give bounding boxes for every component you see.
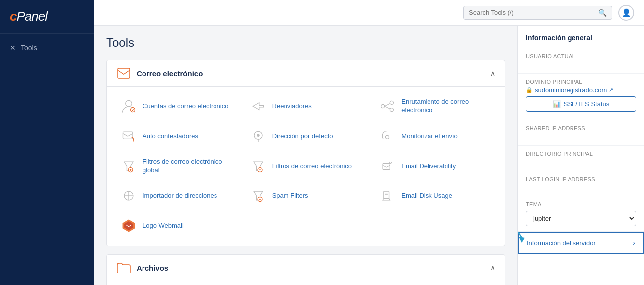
tool-icon-logo-webmail [120, 217, 138, 235]
svg-point-1 [126, 100, 132, 106]
right-panel: Información general Usuario Actual Domin… [517, 26, 644, 285]
email-section-icon [117, 66, 131, 80]
svg-point-8 [257, 134, 259, 137]
cpanel-logo: cPanel [10, 9, 84, 24]
svg-rect-17 [383, 164, 390, 170]
tool-icon-filtros-global [120, 157, 138, 175]
tool-autocontestadores[interactable]: Auto contestadores [112, 121, 241, 151]
sidebar-item-label: Tools [21, 44, 37, 52]
panel-title: Información general [518, 26, 644, 48]
svg-rect-24 [384, 191, 389, 198]
tool-cuentas-correo[interactable]: Cuentas de correo electrónico [112, 92, 241, 121]
tool-reenviadores[interactable]: Reenviadores [241, 92, 371, 121]
section-archivos-header[interactable]: Archivos ∧ [107, 255, 505, 281]
svg-point-5 [390, 108, 394, 112]
top-header: 🔍 👤 [94, 0, 644, 26]
usuario-value [526, 61, 636, 68]
tema-label: Tema [526, 201, 636, 207]
section-archivos: Archivos ∧ Administrador de archivos [106, 254, 505, 285]
archivos-chevron-icon: ∧ [490, 264, 495, 272]
main-content: 🔍 👤 Tools Correo electrón [94, 0, 644, 285]
tool-deliverability[interactable]: Email Deliverability [370, 151, 500, 181]
svg-point-9 [386, 135, 389, 139]
panel-row-usuario: Usuario Actual [518, 48, 644, 74]
tool-enrutamiento[interactable]: Enrutamiento de correo electrónico [370, 92, 500, 121]
tool-icon-enrutamiento [378, 97, 396, 115]
folder-section-icon [117, 261, 131, 275]
tool-importador[interactable]: Importador de direcciones [112, 181, 241, 211]
section-correo: Correo electrónico ∧ Cuentas de correo e… [106, 60, 505, 246]
shared-ip-value [526, 133, 636, 140]
section-correo-header[interactable]: Correo electrónico ∧ [107, 60, 505, 87]
tool-icon-spam [249, 187, 267, 205]
shared-ip-label: Shared IP Address [526, 125, 636, 131]
server-info-label: Información del servidor [527, 239, 596, 247]
directorio-value [526, 158, 636, 166]
section-correo-title: Correo electrónico [137, 69, 203, 78]
server-info-arrow-icon: › [633, 239, 635, 247]
tools-icon: ✕ [10, 44, 16, 52]
search-input[interactable] [469, 9, 596, 16]
tool-icon-disk [378, 187, 396, 205]
domain-link[interactable]: 🔒 sudominioregistrado.com ↗ [526, 86, 636, 94]
tool-icon-direccion [249, 127, 267, 145]
dominio-label: Dominio Principal [526, 79, 636, 85]
tool-spam-filters[interactable]: Spam Filters [241, 181, 371, 211]
directorio-label: Directorio Principal [526, 151, 636, 157]
panel-row-last-login: Last Login IP Address [518, 171, 644, 196]
page-title: Tools [106, 36, 505, 50]
tool-label-autocontestadores: Auto contestadores [143, 132, 198, 141]
tool-icon-autocontestadores [120, 127, 138, 145]
tool-label-monitorizar: Monitorizar el envío [401, 132, 457, 141]
tool-label-importador: Importador de direcciones [143, 192, 217, 200]
server-info-row[interactable]: Información del servidor › [518, 232, 644, 254]
panel-row-tema: Tema jupiter [518, 196, 644, 232]
correo-items: Cuentas de correo electrónico Reenviador… [107, 87, 505, 246]
chart-icon: 📊 [553, 100, 561, 108]
ssl-button-label: SSL/TLS Status [564, 100, 610, 108]
tool-label-direccion: Dirección por defecto [272, 132, 333, 141]
content-area: Tools Correo electrónico ∧ [94, 26, 517, 285]
server-info-container: Información del servidor › [518, 232, 644, 254]
page-body: Tools Correo electrónico ∧ [94, 26, 644, 285]
tool-label-filtros-global: Filtros de correo electrónico global [143, 158, 233, 175]
tool-label-enrutamiento: Enrutamiento de correo electrónico [401, 98, 492, 115]
sidebar-nav: ✕ Tools [0, 34, 94, 62]
svg-point-3 [381, 104, 385, 108]
last-login-value [526, 184, 636, 191]
tool-label-deliverability: Email Deliverability [401, 162, 456, 171]
tool-monitorizar[interactable]: Monitorizar el envío [370, 121, 500, 151]
tool-icon-deliverability [378, 157, 396, 175]
tool-icon-filtros [249, 157, 267, 175]
ssl-button[interactable]: 📊 SSL/TLS Status [526, 96, 636, 112]
user-avatar[interactable]: 👤 [618, 5, 634, 21]
panel-row-directorio: Directorio Principal [518, 146, 644, 171]
correo-chevron-icon: ∧ [490, 69, 495, 77]
tool-icon-importador [120, 187, 138, 205]
tool-icon-cuentas [120, 97, 138, 115]
last-login-label: Last Login IP Address [526, 176, 636, 182]
tool-label-disk: Email Disk Usage [401, 192, 452, 200]
tool-label-logo-webmail: Logo Webmail [143, 222, 184, 230]
svg-rect-6 [123, 132, 133, 139]
lock-icon: 🔒 [526, 87, 533, 93]
search-bar: 🔍 [463, 6, 612, 20]
theme-select[interactable]: jupiter [526, 211, 636, 226]
tool-label-spam: Spam Filters [272, 192, 308, 200]
tool-logo-webmail[interactable]: Logo Webmail [112, 211, 241, 241]
usuario-label: Usuario Actual [526, 53, 636, 59]
section-header-left: Correo electrónico [117, 66, 203, 80]
domain-value: sudominioregistrado.com [535, 86, 607, 94]
tool-icon-monitorizar [378, 127, 396, 145]
tool-label-filtros: Filtros de correo electrónico [272, 162, 352, 171]
tool-direccion-defecto[interactable]: Dirección por defecto [241, 121, 371, 151]
svg-point-4 [390, 101, 394, 104]
sidebar-logo: cPanel [0, 0, 94, 34]
sidebar: cPanel ✕ Tools [0, 0, 94, 285]
tool-filtros-correo[interactable]: Filtros de correo electrónico [241, 151, 371, 181]
sidebar-item-tools[interactable]: ✕ Tools [0, 39, 94, 57]
tool-label-reenviadores: Reenviadores [272, 102, 312, 111]
tool-disk-usage[interactable]: Email Disk Usage [370, 181, 500, 211]
panel-row-dominio: Dominio Principal 🔒 sudominioregistrado.… [518, 74, 644, 120]
tool-filtros-global[interactable]: Filtros de correo electrónico global [112, 151, 241, 181]
